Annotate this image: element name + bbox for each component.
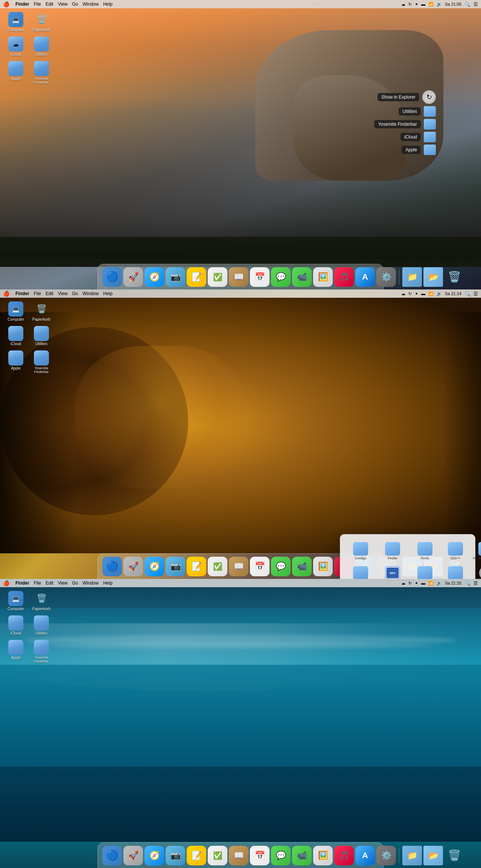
dock-folder1-3[interactable]: 📁 xyxy=(402,846,422,865)
apple-logo-2[interactable]: 🍎 xyxy=(3,291,9,297)
dock-launchpad-2[interactable]: 🚀 xyxy=(123,557,143,576)
desktop-icon-utilities-2[interactable]: Utilities xyxy=(29,324,54,347)
dock-folder2[interactable]: 📂 xyxy=(423,267,443,287)
desktop-icon-icloud[interactable]: ☁ iCloud xyxy=(3,35,29,58)
dock-messages-3[interactable]: 💬 xyxy=(271,846,291,865)
popup-item-utilities[interactable]: Utilities xyxy=(374,106,436,117)
desktop-icon-icloud-2[interactable]: iCloud xyxy=(3,324,29,347)
grid-others-dp[interactable]: Others DP Res xyxy=(443,565,468,579)
dock-safari-2[interactable]: 🧭 xyxy=(145,557,164,576)
desktop-icon-computer-3[interactable]: 💻 Computer xyxy=(3,589,29,612)
desktop-icon-trash-3[interactable]: 🗑️ Papierkorb xyxy=(29,589,54,612)
desktop-icon-yosemitebar[interactable]: Yosemite Finderbar xyxy=(29,59,54,86)
dock-reminders[interactable]: ✅ xyxy=(208,267,227,287)
popup-item-icloud[interactable]: iCloud xyxy=(374,132,436,142)
dock-folder2-3[interactable]: 📂 xyxy=(423,846,443,865)
dock-facetime-2[interactable]: 📹 xyxy=(292,557,312,576)
explorer-btn[interactable]: ↻ xyxy=(422,90,436,104)
dock-itunes[interactable]: 🎵 xyxy=(334,267,354,287)
dock-facetime[interactable]: 📹 xyxy=(292,267,312,287)
dock-iphoto-2[interactable]: 📷 xyxy=(166,557,185,576)
menu-file-2[interactable]: File xyxy=(34,291,41,296)
dock-addressbook[interactable]: 📖 xyxy=(229,267,248,287)
menu-help-2[interactable]: Help xyxy=(103,291,113,296)
popup-item-yosemitebar[interactable]: Yosemite Finderbar xyxy=(374,119,436,129)
popup-item-apple[interactable]: Apple xyxy=(374,145,436,155)
dock-trash-3[interactable]: 🗑️ xyxy=(444,846,464,865)
grid-ishut[interactable]: iShut xyxy=(346,565,375,579)
desktop-icon-trash-2[interactable]: 🗑️ Papierkorb xyxy=(29,300,54,323)
desktop-icon-yosemitebar-2[interactable]: Yosemite Finderbar xyxy=(29,349,54,375)
grid-gdi[interactable]: GDI++ xyxy=(443,541,468,562)
dock-notes[interactable]: 📝 xyxy=(187,267,206,287)
list-icon-2[interactable]: ☰ xyxy=(473,291,478,297)
menu-edit[interactable]: Edit xyxy=(46,2,53,7)
menu-finder-3[interactable]: Finder xyxy=(15,580,29,586)
menu-window-2[interactable]: Window xyxy=(83,291,99,296)
list-icon-3[interactable]: ☰ xyxy=(473,580,478,586)
menu-file[interactable]: File xyxy=(34,2,41,7)
dock-finder[interactable]: 🔵 xyxy=(102,267,122,287)
desktop-icon-yosemitebar-3[interactable]: Yosemite Finderbar xyxy=(29,638,54,665)
dock-launchpad-3[interactable]: 🚀 xyxy=(123,846,143,865)
search-icon[interactable]: 🔍 xyxy=(464,2,470,7)
menu-window[interactable]: Window xyxy=(83,2,99,7)
menu-go-3[interactable]: Go xyxy=(72,580,78,586)
dock-launchpad[interactable]: 🚀 xyxy=(123,267,143,287)
menu-window-3[interactable]: Window xyxy=(83,580,99,586)
dock-messages-2[interactable]: 💬 xyxy=(271,557,291,576)
grid-finder[interactable]: Finder xyxy=(378,541,407,562)
grid-xlio[interactable]: _x_lio...-d3gmrr xyxy=(410,565,440,579)
dock-messages[interactable]: 💬 xyxy=(271,267,291,287)
menu-view-2[interactable]: View xyxy=(58,291,68,296)
dock-sysprefs[interactable]: ⚙️ xyxy=(376,267,396,287)
dock-sysprefs-3[interactable]: ⚙️ xyxy=(376,846,396,865)
apple-logo-3[interactable]: 🍎 xyxy=(3,580,9,586)
desktop-icon-trash[interactable]: 🗑️ Papierkorb xyxy=(29,11,54,34)
desktop-icon-utilities-3[interactable]: Utilities xyxy=(29,614,54,637)
dock-trash[interactable]: 🗑️ xyxy=(444,267,464,287)
grid-osx-boot[interactable]: IMG OSX_boot_by_u_foka xyxy=(378,565,407,579)
menu-go[interactable]: Go xyxy=(72,2,78,7)
desktop-icon-computer[interactable]: 💻 Computer xyxy=(3,11,29,34)
dock-calendar-3[interactable]: 📅 xyxy=(250,846,269,865)
menu-help-3[interactable]: Help xyxy=(103,580,113,586)
grid-hitech[interactable]: Hi_Tech...nluca75 xyxy=(471,541,481,562)
popup-item-explorer[interactable]: Show in Explorer ↻ xyxy=(374,90,436,104)
dock-appstore[interactable]: A xyxy=(355,267,375,287)
menu-file-3[interactable]: File xyxy=(34,580,41,586)
dock-finder-3[interactable]: 🔵 xyxy=(102,846,122,865)
grid-samuniz[interactable]: samuniz...64.3_2 xyxy=(471,565,481,579)
menu-view-3[interactable]: View xyxy=(58,580,68,586)
dock-facetime-3[interactable]: 📹 xyxy=(292,846,312,865)
menu-edit-2[interactable]: Edit xyxy=(46,291,53,296)
menu-go-2[interactable]: Go xyxy=(72,291,78,296)
desktop-icon-apple-3[interactable]: Apple xyxy=(3,638,29,665)
dock-finder-2[interactable]: 🔵 xyxy=(102,557,122,576)
desktop-icon-computer-2[interactable]: 💻 Computer xyxy=(3,300,29,323)
dock-notes-2[interactable]: 📝 xyxy=(187,557,206,576)
menu-edit-3[interactable]: Edit xyxy=(46,580,53,586)
dock-photos-2[interactable]: 🖼️ xyxy=(313,557,333,576)
desktop-icon-apple-2[interactable]: Apple xyxy=(3,349,29,375)
dock-safari[interactable]: 🧭 xyxy=(145,267,164,287)
dock-reminders-3[interactable]: ✅ xyxy=(208,846,227,865)
search-icon-2[interactable]: 🔍 xyxy=(464,291,470,297)
menu-help[interactable]: Help xyxy=(103,2,113,7)
dock-calendar[interactable]: 📅 xyxy=(250,267,269,287)
dock-photos[interactable]: 🖼️ xyxy=(313,267,333,287)
dock-iphoto-3[interactable]: 📷 xyxy=(166,846,185,865)
dock-appstore-3[interactable]: A xyxy=(355,846,375,865)
search-icon-3[interactable]: 🔍 xyxy=(464,580,470,586)
desktop-icon-apple[interactable]: Apple xyxy=(3,59,29,86)
dock-addressbook-2[interactable]: 📖 xyxy=(229,557,248,576)
dock-addressbook-3[interactable]: 📖 xyxy=(229,846,248,865)
menu-finder-2[interactable]: Finder xyxy=(15,291,29,296)
grid-configs[interactable]: Configs xyxy=(346,541,375,562)
menu-view[interactable]: View xyxy=(58,2,68,7)
apple-logo[interactable]: 🍎 xyxy=(3,1,9,7)
dock-photos-3[interactable]: 🖼️ xyxy=(313,846,333,865)
menu-finder[interactable]: Finder xyxy=(15,2,29,7)
desktop-icon-utilities[interactable]: Utilities xyxy=(29,35,54,58)
dock-reminders-2[interactable]: ✅ xyxy=(208,557,227,576)
